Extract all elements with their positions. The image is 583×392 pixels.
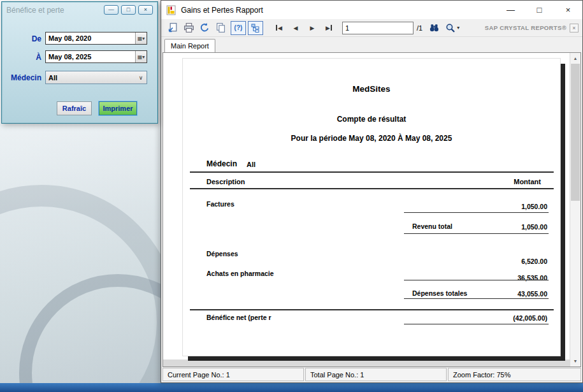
divider (190, 171, 554, 173)
report-page: MedSites Compte de résultat Pour la péri… (182, 58, 561, 356)
toggle-parameter-panel-button[interactable]: (?) (231, 21, 246, 35)
row-amount: 1,050.00 (521, 203, 547, 210)
app-icon (166, 5, 176, 15)
binoculars-icon (429, 22, 440, 33)
subtotal-rule (404, 212, 549, 213)
scroll-up-button[interactable]: ▲ (570, 53, 580, 64)
last-page-button[interactable]: ▶ (320, 20, 337, 35)
page-navigation: ◀ ◀ ▶ ▶ (271, 20, 337, 35)
row-amount: 43,055.00 (517, 290, 547, 298)
toggle-group-tree-button[interactable] (248, 21, 263, 35)
window-close-button[interactable]: × (554, 1, 582, 19)
maximize-icon: □ (127, 7, 130, 13)
row-amount: 36,535.00 (517, 274, 547, 282)
row-label: Bénéfice net (perte r (206, 314, 271, 321)
previous-page-icon: ◀ (294, 25, 298, 31)
row-label: Revenu total (412, 222, 452, 230)
date-to-field[interactable]: May 08, 2025 ▦▾ (45, 50, 147, 63)
page-total-label: /1 (417, 24, 422, 32)
first-page-bar-icon (276, 25, 277, 31)
window-minimize-button[interactable]: — (496, 1, 525, 19)
column-header-description: Description (206, 178, 245, 185)
dialog-maximize-button[interactable]: □ (121, 5, 136, 15)
next-page-button[interactable]: ▶ (304, 20, 320, 35)
report-medecin-label: Médecin (206, 159, 237, 168)
chevron-down-icon: ∨ (135, 75, 147, 81)
subtotal-rule (404, 298, 549, 299)
first-page-button[interactable]: ◀ (271, 20, 287, 35)
previous-page-button[interactable]: ◀ (287, 20, 304, 35)
close-icon: × (144, 7, 147, 13)
rafraichir-button[interactable]: Rafraîc (57, 101, 92, 115)
tab-main-report[interactable]: Main Report (164, 39, 215, 52)
dialog-close-button[interactable]: × (138, 5, 153, 15)
crystal-report-window: Gains et Pertes Rapport — □ × (161, 0, 583, 383)
subtotal-rule (404, 233, 549, 234)
subtotal-rule (404, 280, 549, 280)
row-label: Achats en pharmacie (206, 270, 274, 277)
find-button[interactable] (426, 20, 442, 35)
report-period: Pour la période May 08, 2020 À May 08, 2… (183, 134, 560, 143)
tab-bar: Main Report (161, 37, 582, 52)
dialog-minimize-button[interactable]: — (104, 5, 119, 15)
calendar-icon: ▦▾ (138, 36, 145, 41)
export-icon (168, 22, 178, 33)
refresh-button[interactable] (197, 20, 213, 35)
background-window-strip (0, 383, 583, 392)
status-total-page: Total Page No.: 1 (305, 368, 447, 381)
brand-close-button[interactable]: × (570, 24, 579, 33)
date-from-value: May 08, 2020 (46, 33, 135, 44)
close-icon: × (572, 25, 575, 31)
medecin-combobox[interactable]: All ∨ (45, 71, 147, 84)
a-label: À (4, 53, 41, 62)
column-header-amount: Montant (514, 178, 541, 185)
copy-button[interactable] (213, 20, 229, 35)
dialog-titlebar[interactable]: Bénéfice et perte — □ × (2, 2, 157, 18)
window-maximize-button[interactable]: □ (525, 1, 554, 19)
imprimer-button[interactable]: Imprimer (99, 101, 137, 115)
parameter-panel-icon: (?) (234, 24, 243, 31)
maximize-icon: □ (537, 5, 542, 15)
window-title: Gains et Pertes Rapport (181, 6, 496, 15)
subtotal-rule (404, 324, 549, 324)
benefice-et-perte-dialog: Bénéfice et perte — □ × De May 08, 2020 … (1, 1, 158, 124)
minimize-icon: — (507, 5, 515, 15)
print-icon (184, 22, 194, 33)
close-icon: × (566, 5, 571, 15)
row-amount: 6,520.00 (521, 258, 547, 265)
row-amount: 1,050.00 (521, 223, 547, 231)
divider (190, 309, 554, 310)
dialog-title: Bénéfice et perte (6, 6, 101, 15)
row-label: Factures (206, 200, 234, 208)
report-viewport: MedSites Compte de résultat Pour la péri… (162, 52, 581, 367)
first-page-icon: ◀ (278, 25, 282, 31)
medecin-label: Médecin (4, 73, 41, 82)
date-from-picker-button[interactable]: ▦▾ (135, 33, 147, 44)
report-company-title: MedSites (183, 84, 560, 94)
page-number-input[interactable] (342, 22, 414, 34)
export-button[interactable] (165, 20, 181, 35)
status-bar: Current Page No.: 1 Total Page No.: 1 Zo… (162, 368, 581, 381)
group-tree-icon (250, 23, 261, 33)
viewport-bottom-margin (163, 359, 570, 367)
date-from-field[interactable]: May 08, 2020 ▦▾ (45, 32, 147, 45)
status-zoom-factor: Zoom Factor: 75% (448, 368, 581, 381)
print-button[interactable] (181, 20, 197, 35)
copy-icon (215, 22, 226, 33)
scrollbar-thumb[interactable] (571, 64, 580, 201)
sap-crystal-reports-brand: SAP CRYSTAL REPORTS® (485, 24, 566, 31)
zoom-button[interactable]: ▾ (442, 20, 463, 35)
last-page-bar-icon (331, 25, 332, 31)
date-to-value: May 08, 2025 (46, 51, 135, 62)
magnifier-icon (445, 23, 456, 33)
screen: Bénéfice et perte — □ × De May 08, 2020 … (0, 0, 583, 392)
vertical-scrollbar[interactable]: ▲ ▼ (570, 53, 580, 367)
report-title: Compte de résultat (183, 115, 560, 124)
window-titlebar[interactable]: Gains et Pertes Rapport — □ × (161, 1, 582, 19)
refresh-icon (199, 22, 210, 33)
medecin-value: All (46, 74, 135, 82)
scroll-down-button[interactable]: ▼ (570, 356, 580, 367)
date-to-picker-button[interactable]: ▦▾ (135, 51, 147, 62)
divider (190, 188, 554, 189)
row-amount: (42,005.00) (513, 314, 547, 322)
